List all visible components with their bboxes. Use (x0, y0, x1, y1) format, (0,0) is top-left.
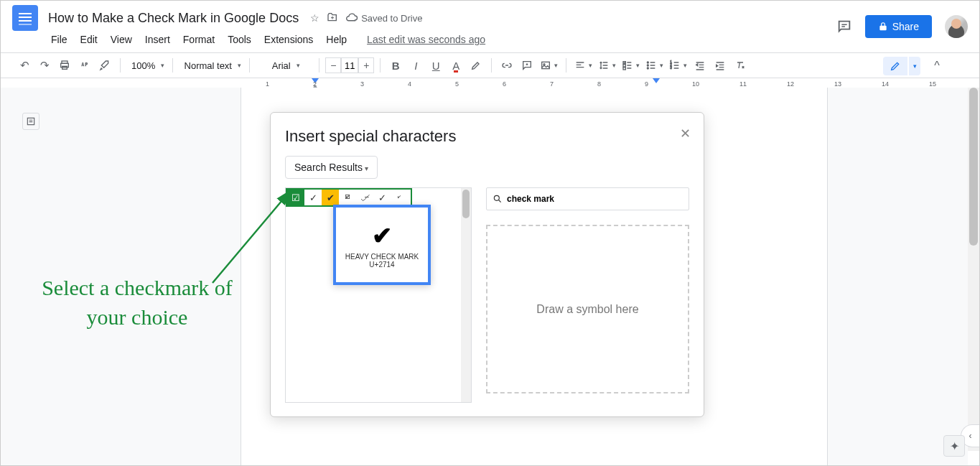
menu-tools[interactable]: Tools (222, 32, 257, 47)
spellcheck-icon[interactable] (75, 56, 94, 75)
draw-symbol-area[interactable]: Draw a symbol here (486, 225, 689, 393)
share-button[interactable]: Share (865, 15, 932, 38)
italic-icon[interactable]: I (406, 56, 425, 75)
svg-text:3: 3 (671, 66, 673, 70)
menu-bar: File Edit View Insert Format Tools Exten… (1, 29, 979, 50)
filter-dropdown[interactable]: Search Results (285, 156, 378, 179)
increase-font-button[interactable]: + (358, 57, 374, 73)
account-avatar[interactable] (945, 15, 968, 38)
decrease-font-button[interactable]: − (325, 57, 341, 73)
search-icon (493, 194, 503, 204)
ruler-number: 5 (455, 80, 459, 88)
menu-format[interactable]: Format (177, 32, 220, 47)
menu-view[interactable]: View (105, 32, 138, 47)
print-icon[interactable] (55, 56, 74, 75)
ruler-number: 10 (692, 80, 699, 88)
comment-history-icon[interactable] (836, 19, 852, 34)
font-dropdown[interactable]: Arial (256, 56, 313, 75)
svg-rect-7 (623, 67, 625, 70)
bulleted-list-icon[interactable] (643, 56, 666, 75)
clear-formatting-icon[interactable] (731, 56, 750, 75)
char-result[interactable]: 🗹 (339, 190, 356, 205)
increase-indent-icon[interactable] (711, 56, 729, 75)
vertical-scrollbar[interactable] (968, 88, 979, 451)
ruler-number: 9 (645, 80, 648, 88)
svg-point-8 (648, 62, 649, 63)
character-preview-tooltip: ✔ HEAVY CHECK MARK U+2714 (333, 205, 431, 285)
explore-icon[interactable]: ✦ (943, 435, 965, 457)
char-result[interactable]: ⍻ (356, 190, 373, 205)
dialog-title: Insert special characters (285, 127, 689, 146)
editing-mode-button[interactable] (883, 57, 907, 75)
docs-logo-icon[interactable] (12, 5, 38, 31)
ruler-number: 6 (503, 80, 506, 88)
ruler-number: 12 (787, 80, 794, 88)
svg-rect-6 (623, 65, 625, 67)
paragraph-style-dropdown[interactable]: Normal text (179, 56, 243, 75)
last-edit-link[interactable]: Last edit was seconds ago (361, 32, 491, 47)
menu-insert[interactable]: Insert (139, 32, 176, 47)
bold-icon[interactable]: B (386, 56, 405, 75)
show-outline-icon[interactable] (22, 113, 39, 130)
preview-code: U+2714 (369, 261, 394, 269)
insert-image-icon[interactable] (538, 56, 560, 75)
search-input[interactable]: check mark (507, 194, 554, 204)
svg-rect-3 (542, 62, 550, 68)
search-input-container: check mark (486, 187, 689, 210)
saved-status-text: Saved to Drive (361, 13, 422, 24)
add-comment-icon[interactable] (518, 56, 536, 75)
char-result-selected[interactable]: ✔ (322, 190, 339, 205)
insert-link-icon[interactable] (498, 56, 516, 75)
ruler-number: 4 (408, 80, 411, 88)
align-icon[interactable] (572, 56, 594, 75)
undo-icon[interactable]: ↶ (15, 56, 34, 75)
char-result[interactable]: ✓ (304, 190, 322, 205)
char-result[interactable]: 🗸 (391, 190, 408, 205)
char-result[interactable]: ✓ (373, 190, 391, 205)
ruler-number: 3 (360, 80, 364, 88)
checklist-icon[interactable] (620, 56, 642, 75)
ruler-number: 7 (550, 80, 554, 88)
ruler-number: 11 (739, 80, 747, 88)
ruler-number: 8 (597, 80, 601, 88)
cloud-saved-icon[interactable]: Saved to Drive (345, 11, 422, 24)
char-result[interactable]: ☑ (287, 190, 304, 205)
move-icon[interactable] (327, 11, 338, 25)
toolbar: ↶ ↷ 100% Normal text Arial − + B I U A 1… (1, 52, 979, 78)
svg-point-15 (494, 195, 499, 200)
text-color-icon[interactable]: A (447, 56, 465, 75)
decrease-indent-icon[interactable] (691, 56, 709, 75)
menu-extensions[interactable]: Extensions (258, 32, 319, 47)
preview-name: HEAVY CHECK MARK (345, 253, 419, 261)
menu-file[interactable]: File (45, 32, 73, 47)
share-label: Share (892, 21, 919, 32)
zoom-dropdown[interactable]: 100% (126, 56, 167, 75)
editing-mode-dropdown[interactable]: ▾ (909, 57, 920, 75)
svg-rect-2 (62, 66, 67, 69)
menu-edit[interactable]: Edit (75, 32, 103, 47)
highlight-color-icon[interactable] (467, 56, 485, 75)
grid-scrollbar[interactable] (461, 188, 471, 402)
svg-point-10 (648, 67, 649, 69)
preview-glyph: ✔ (372, 221, 392, 250)
star-icon[interactable]: ☆ (310, 12, 319, 24)
font-size-input[interactable] (341, 57, 358, 73)
menu-help[interactable]: Help (320, 32, 353, 47)
underline-icon[interactable]: U (426, 56, 445, 75)
document-title[interactable]: How to Make a Check Mark in Google Docs (45, 9, 302, 27)
annotation-text: Select a checkmark of your choice (37, 274, 238, 332)
ruler-number: 13 (834, 80, 841, 88)
close-icon[interactable]: ✕ (680, 126, 691, 141)
line-spacing-icon[interactable] (596, 56, 618, 75)
hide-menus-icon[interactable]: ^ (928, 57, 946, 75)
ruler-number: 15 (929, 80, 936, 88)
redo-icon[interactable]: ↷ (35, 56, 54, 75)
ruler-number: 2 (313, 80, 317, 88)
numbered-list-icon[interactable]: 123 (667, 56, 689, 75)
svg-point-9 (648, 65, 649, 66)
ruler-number: 14 (882, 80, 889, 88)
paint-format-icon[interactable] (95, 56, 114, 75)
ruler-number: 1 (266, 80, 269, 88)
